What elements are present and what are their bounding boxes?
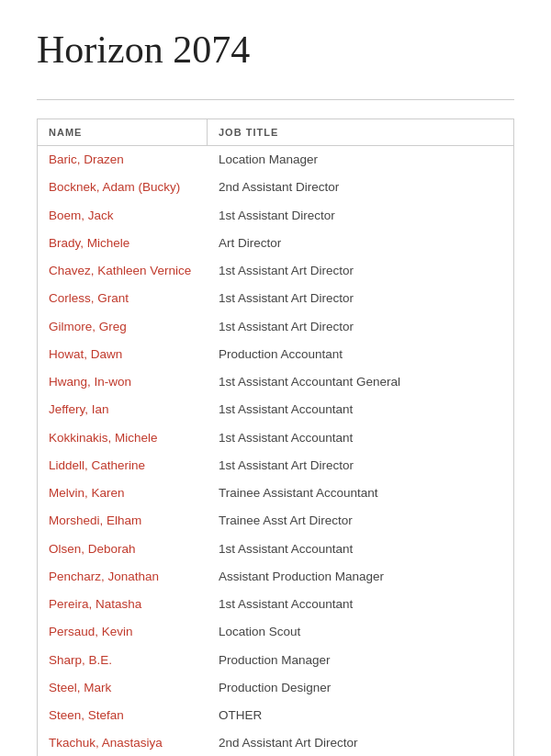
header-job-title: JOB TITLE xyxy=(208,119,513,145)
cell-job-title: 1st Assistant Accountant xyxy=(208,593,513,615)
table-row: Melvin, KarenTrainee Assistant Accountan… xyxy=(38,480,513,507)
cell-job-title: Trainee Assistant Accountant xyxy=(208,482,513,504)
cell-name: Corless, Grant xyxy=(38,288,208,310)
table-body: Baric, DrazenLocation ManagerBocknek, Ad… xyxy=(37,146,514,756)
cell-name: Liddell, Catherine xyxy=(38,455,208,477)
cell-name: Melvin, Karen xyxy=(38,482,208,504)
cell-name: Morshedi, Elham xyxy=(38,510,208,532)
cell-job-title: 2nd Assistant Art Director xyxy=(208,732,513,754)
cell-job-title: Art Director xyxy=(208,232,513,254)
cell-job-title: 1st Assistant Director xyxy=(208,205,513,227)
cell-name: Pencharz, Jonathan xyxy=(38,566,208,588)
cell-job-title: 1st Assistant Art Director xyxy=(208,288,513,310)
cell-name: Brady, Michele xyxy=(38,232,208,254)
table-row: Tkachuk, Anastasiya2nd Assistant Art Dir… xyxy=(38,729,513,756)
cell-job-title: 1st Assistant Accountant xyxy=(208,399,513,421)
table-row: Liddell, Catherine1st Assistant Art Dire… xyxy=(38,452,513,480)
table-row: Boem, Jack1st Assistant Director xyxy=(38,202,513,230)
cell-job-title: Location Manager xyxy=(208,149,513,171)
table-row: Kokkinakis, Michele1st Assistant Account… xyxy=(38,424,513,452)
table-row: Baric, DrazenLocation Manager xyxy=(38,146,513,174)
table-row: Olsen, Deborah1st Assistant Accountant xyxy=(38,536,513,563)
cell-job-title: 2nd Assistant Director xyxy=(208,176,513,198)
cell-job-title: 1st Assistant Accountant xyxy=(208,538,513,560)
cell-name: Steen, Stefan xyxy=(38,705,208,727)
cell-job-title: Assistant Production Manager xyxy=(208,566,513,588)
cell-job-title: Location Scout xyxy=(208,621,513,643)
cell-name: Tkachuk, Anastasiya xyxy=(38,732,208,754)
cell-name: Bocknek, Adam (Bucky) xyxy=(38,176,208,198)
table-row: Corless, Grant1st Assistant Art Director xyxy=(38,285,513,312)
cell-name: Chavez, Kathleen Vernice xyxy=(38,260,208,282)
cell-job-title: 1st Assistant Art Director xyxy=(208,260,513,282)
crew-table: NAME JOB TITLE Baric, DrazenLocation Man… xyxy=(37,118,514,756)
table-row: Steel, MarkProduction Designer xyxy=(38,674,513,702)
cell-job-title: Production Designer xyxy=(208,677,513,699)
table-row: Jeffery, Ian1st Assistant Accountant xyxy=(38,396,513,423)
cell-name: Olsen, Deborah xyxy=(38,538,208,560)
table-row: Pereira, Natasha1st Assistant Accountant xyxy=(38,591,513,618)
cell-name: Sharp, B.E. xyxy=(38,649,208,671)
cell-name: Hwang, In-won xyxy=(38,371,208,393)
cell-name: Steel, Mark xyxy=(38,677,208,699)
table-row: Pencharz, JonathanAssistant Production M… xyxy=(38,563,513,591)
table-row: Bocknek, Adam (Bucky)2nd Assistant Direc… xyxy=(38,174,513,201)
table-row: Howat, DawnProduction Accountant xyxy=(38,341,513,368)
cell-name: Pereira, Natasha xyxy=(38,593,208,615)
table-row: Morshedi, ElhamTrainee Asst Art Director xyxy=(38,507,513,535)
cell-name: Baric, Drazen xyxy=(38,149,208,171)
cell-name: Persaud, Kevin xyxy=(38,621,208,643)
divider xyxy=(37,99,514,100)
cell-name: Howat, Dawn xyxy=(38,344,208,366)
cell-job-title: Production Accountant xyxy=(208,344,513,366)
table-row: Hwang, In-won1st Assistant Accountant Ge… xyxy=(38,368,513,396)
cell-name: Jeffery, Ian xyxy=(38,399,208,421)
table-row: Brady, MicheleArt Director xyxy=(38,230,513,257)
table-header: NAME JOB TITLE xyxy=(37,118,514,146)
cell-job-title: Trainee Asst Art Director xyxy=(208,510,513,532)
cell-job-title: 1st Assistant Art Director xyxy=(208,316,513,338)
table-row: Gilmore, Greg1st Assistant Art Director xyxy=(38,313,513,341)
cell-name: Boem, Jack xyxy=(38,205,208,227)
header-name: NAME xyxy=(38,119,208,145)
table-row: Steen, StefanOTHER xyxy=(38,702,513,729)
table-row: Chavez, Kathleen Vernice1st Assistant Ar… xyxy=(38,257,513,285)
table-row: Sharp, B.E.Production Manager xyxy=(38,647,513,674)
cell-name: Kokkinakis, Michele xyxy=(38,427,208,449)
cell-job-title: Production Manager xyxy=(208,649,513,671)
page-title: Horizon 2074 xyxy=(37,28,514,72)
cell-name: Gilmore, Greg xyxy=(38,316,208,338)
cell-job-title: OTHER xyxy=(208,705,513,727)
table-row: Persaud, KevinLocation Scout xyxy=(38,618,513,646)
cell-job-title: 1st Assistant Art Director xyxy=(208,455,513,477)
cell-job-title: 1st Assistant Accountant General xyxy=(208,371,513,393)
cell-job-title: 1st Assistant Accountant xyxy=(208,427,513,449)
